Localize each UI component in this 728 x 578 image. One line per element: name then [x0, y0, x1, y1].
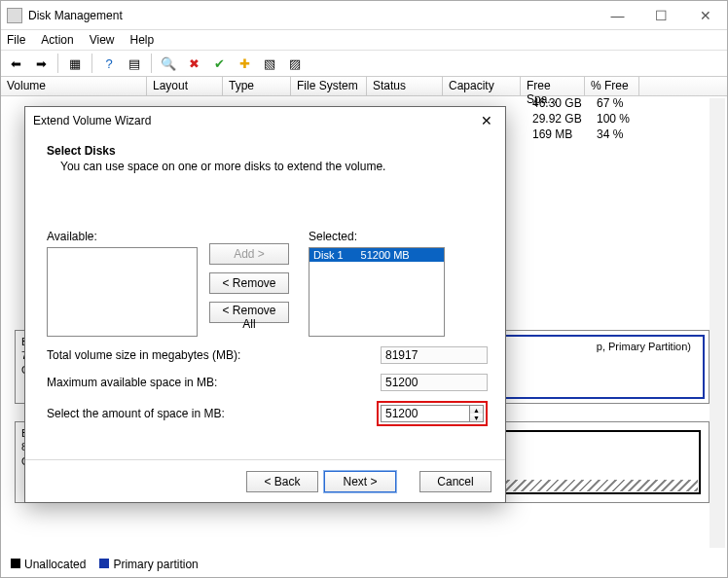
delete-icon[interactable]: ✖	[183, 53, 204, 74]
total-size-label: Total volume size in megabytes (MB):	[47, 348, 240, 362]
vertical-scrollbar[interactable]	[710, 98, 725, 548]
back-button[interactable]: < Back	[246, 471, 318, 492]
max-space-label: Maximum available space in MB:	[47, 376, 217, 389]
menu-help[interactable]: Help	[130, 33, 155, 47]
legend-unallocated: Unallocated	[11, 558, 86, 571]
app-icon	[7, 8, 22, 23]
window-title: Disk Management	[28, 9, 596, 22]
spin-up-icon[interactable]: ▲	[470, 406, 483, 414]
menu-action[interactable]: Action	[41, 33, 73, 47]
add-button[interactable]: Add >	[209, 243, 289, 265]
unallocated-swatch-icon	[11, 559, 20, 568]
dialog-heading: Select Disks	[47, 144, 488, 158]
cancel-button[interactable]: Cancel	[419, 471, 491, 492]
remove-all-button[interactable]: < Remove All	[209, 302, 289, 323]
toolbar-sep	[151, 54, 152, 73]
volume-table-header: Volume Layout Type File System Status Ca…	[1, 77, 727, 96]
total-size-value: 81917	[381, 346, 488, 364]
extend-volume-wizard-dialog: Extend Volume Wizard ✕ Select Disks You …	[24, 106, 506, 503]
available-label: Available:	[47, 230, 198, 243]
col-status[interactable]: Status	[367, 77, 443, 95]
help-icon[interactable]: ?	[98, 53, 120, 74]
refresh1-icon[interactable]: ▧	[259, 53, 280, 74]
freespace-cell: 46.30 GB	[527, 96, 591, 112]
dialog-close-button[interactable]: ✕	[474, 111, 499, 130]
selected-label: Selected:	[309, 230, 445, 243]
col-filesystem[interactable]: File System	[291, 77, 367, 95]
selected-listbox[interactable]: Disk 1 51200 MB	[309, 247, 445, 337]
menu-file[interactable]: File	[7, 33, 25, 47]
primary-swatch-icon	[99, 559, 109, 568]
search-icon[interactable]: 🔍	[158, 53, 179, 74]
col-freespace[interactable]: Free Spa...	[521, 77, 585, 95]
toolbar-sep	[91, 54, 92, 73]
dialog-footer: < Back Next > Cancel	[25, 459, 505, 502]
disk-selection-area: Available: Add > < Remove < Remove All S…	[47, 230, 488, 337]
new-icon[interactable]: ✚	[234, 53, 255, 74]
minimize-button[interactable]: —	[596, 1, 639, 29]
dialog-title: Extend Volume Wizard	[25, 107, 505, 134]
toolbar-sep	[57, 54, 58, 73]
dialog-subheading: You can use space on one or more disks t…	[60, 160, 488, 173]
pctfree-cell: 100 %	[591, 112, 645, 127]
remove-button[interactable]: < Remove	[209, 272, 289, 294]
max-space-value: 51200	[381, 374, 488, 391]
menu-view[interactable]: View	[90, 33, 115, 47]
menubar: File Action View Help	[1, 30, 727, 50]
pctfree-cell: 34 %	[591, 127, 645, 143]
selected-disk-item[interactable]: Disk 1 51200 MB	[309, 248, 444, 262]
forward-icon[interactable]: ➡	[30, 53, 52, 74]
legend: Unallocated Primary partition	[11, 558, 199, 571]
toolbar: ⬅ ➡ ▦ ? ▤ 🔍 ✖ ✔ ✚ ▧ ▨	[1, 50, 727, 77]
amount-input[interactable]	[381, 405, 470, 422]
back-icon[interactable]: ⬅	[5, 53, 26, 74]
maximize-button[interactable]: ☐	[639, 1, 683, 29]
spin-down-icon[interactable]: ▼	[470, 414, 483, 421]
col-volume[interactable]: Volume	[1, 77, 147, 95]
col-layout[interactable]: Layout	[147, 77, 223, 95]
legend-primary: Primary partition	[99, 558, 198, 571]
sheet-icon[interactable]: ▤	[124, 53, 145, 74]
col-capacity[interactable]: Capacity	[443, 77, 521, 95]
col-pctfree[interactable]: % Free	[585, 77, 639, 95]
next-button[interactable]: Next >	[324, 471, 396, 492]
refresh2-icon[interactable]: ▨	[284, 53, 306, 74]
properties-icon[interactable]: ▦	[64, 53, 86, 74]
pctfree-cell: 67 %	[591, 96, 645, 112]
freespace-cell: 169 MB	[527, 127, 591, 143]
titlebar: Disk Management — ☐ ✕	[1, 1, 727, 30]
amount-label: Select the amount of space in MB:	[47, 407, 225, 420]
check-icon[interactable]: ✔	[208, 53, 230, 74]
available-listbox[interactable]	[47, 247, 198, 337]
amount-spinner-highlight: ▲ ▼	[377, 401, 488, 426]
close-button[interactable]: ✕	[683, 1, 727, 29]
col-type[interactable]: Type	[223, 77, 291, 95]
freespace-cell: 29.92 GB	[527, 112, 591, 127]
col-filler	[639, 77, 727, 95]
